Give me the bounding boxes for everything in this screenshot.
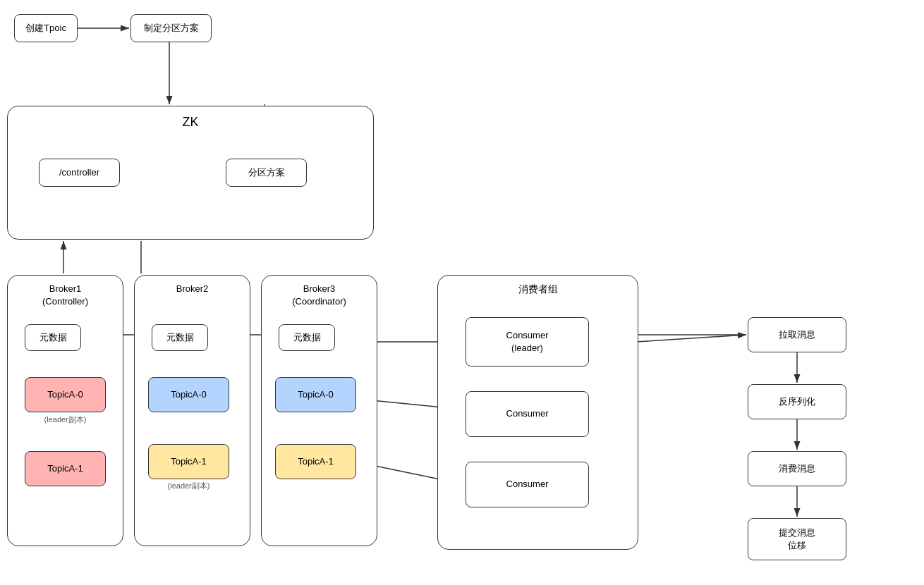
consumer-group-label: 消费者组 [445,283,631,297]
broker1-topicA0-box: TopicA-0 [25,377,106,412]
partition-plan-top-label: 制定分区方案 [144,22,199,35]
broker1-metadata-box: 元数据 [25,324,81,351]
deserialize-label: 反序列化 [779,395,815,408]
svg-line-12 [636,335,746,342]
partition-plan-zk-label: 分区方案 [248,166,285,179]
broker3-topicA0-label: TopicA-0 [298,388,334,401]
diagram: 创建Tpoic 制定分区方案 ZK /controller 分区方案 Broke… [0,0,924,585]
create-topic-label: 创建Tpoic [25,22,66,35]
broker1-topicA1-label: TopicA-1 [47,462,83,475]
broker2-topicA1-sub: (leader副本) [148,481,229,491]
broker1-topicA0-sub: (leader副本) [25,414,106,425]
broker3-label: Broker3(Coordinator) [269,283,370,308]
broker2-topicA1-box: TopicA-1 [148,444,229,479]
broker3-topicA0-box: TopicA-0 [275,377,356,412]
commit-offset-box: 提交消息位移 [748,518,846,560]
broker1-topicA1-box: TopicA-1 [25,451,106,486]
broker3-topicA1-box: TopicA-1 [275,444,356,479]
consumer-leader-box: Consumer(leader) [466,317,589,367]
consumer2-label: Consumer [506,407,549,420]
pull-msg-box: 拉取消息 [748,317,846,352]
create-topic-box: 创建Tpoic [14,14,78,42]
controller-label: /controller [59,166,99,179]
partition-plan-top-box: 制定分区方案 [130,14,212,42]
consumer-leader-label: Consumer(leader) [506,329,549,355]
consumer3-box: Consumer [466,462,589,507]
commit-offset-label: 提交消息位移 [779,526,815,552]
broker2-label: Broker2 [142,283,243,295]
zk-label: ZK [22,113,359,131]
broker2-topicA1-label: TopicA-1 [171,455,207,468]
broker3-metadata-box: 元数据 [279,324,335,351]
broker1-metadata-label: 元数据 [39,331,67,344]
broker2-metadata-label: 元数据 [166,331,194,344]
broker2-topicA0-box: TopicA-0 [148,377,229,412]
consumer2-box: Consumer [466,391,589,437]
broker3-topicA1-label: TopicA-1 [298,455,334,468]
consumer3-label: Consumer [506,478,549,491]
consume-msg-label: 消费消息 [779,462,815,475]
broker1-topicA0-label: TopicA-0 [47,388,83,401]
deserialize-box: 反序列化 [748,384,846,419]
broker2-topicA0-label: TopicA-0 [171,388,207,401]
partition-plan-zk-box: 分区方案 [226,159,307,187]
controller-box: /controller [39,159,120,187]
broker1-label: Broker1(Controller) [15,283,116,308]
broker2-metadata-box: 元数据 [152,324,208,351]
consume-msg-box: 消费消息 [748,451,846,486]
pull-msg-label: 拉取消息 [779,328,815,341]
broker3-metadata-label: 元数据 [293,331,321,344]
